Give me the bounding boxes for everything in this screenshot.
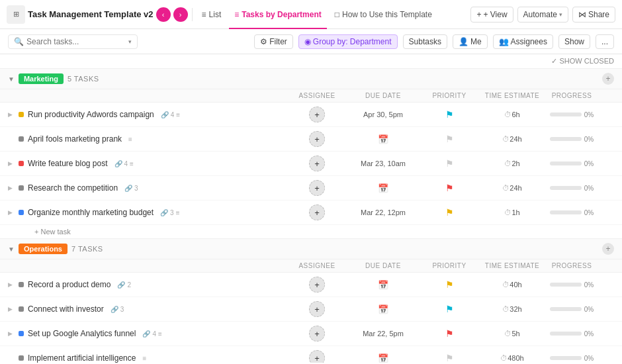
due-date-cell: Mar 23, 10am	[347, 159, 420, 167]
subtasks-button[interactable]: Subtasks	[403, 34, 447, 49]
marketing-new-task-btn[interactable]: + New task	[0, 225, 622, 239]
task-name[interactable]: Set up Google Analytics funnel	[28, 329, 136, 338]
task-name-cell: ▶ Connect with investor 🔗 3	[8, 304, 287, 314]
marketing-col-headers: ASSIGNEE DUE DATE PRIORITY TIME ESTIMATE…	[0, 89, 622, 103]
operations-add-btn[interactable]: +	[602, 243, 614, 255]
task-name[interactable]: Write feature blog post	[28, 159, 108, 168]
show-button[interactable]: Show	[558, 34, 590, 49]
assignee-avatar[interactable]: +	[309, 301, 325, 317]
assignee-cell: +	[287, 277, 347, 293]
assignee-cell: +	[287, 301, 347, 317]
progress-cell: 0%	[545, 330, 598, 338]
task-name[interactable]: Connect with investor	[28, 304, 104, 314]
col-task-ops	[8, 262, 287, 269]
priority-flag[interactable]: ⚑	[445, 353, 454, 363]
progress-text: 0%	[584, 185, 594, 192]
priority-flag[interactable]: ⚑	[445, 279, 454, 290]
subtask-count: 4	[124, 160, 128, 167]
progress-bar	[550, 137, 582, 141]
task-name[interactable]: April fools marketing prank	[28, 134, 122, 144]
priority-flag[interactable]: ⚑	[445, 207, 454, 218]
table-row: ▶ Run productivity Adwords campaign 🔗 4 …	[0, 103, 622, 127]
assignee-cell: +	[287, 156, 347, 171]
group-by-button[interactable]: ◉ Group by: Department	[298, 34, 398, 49]
task-name[interactable]: Run productivity Adwords campaign	[28, 110, 154, 119]
assignee-avatar[interactable]: +	[309, 205, 325, 220]
priority-flag[interactable]: ⚑	[445, 328, 454, 339]
priority-flag[interactable]: ⚑	[445, 158, 454, 169]
task-name[interactable]: Research the competition	[28, 183, 118, 193]
view-button[interactable]: + + View	[470, 7, 513, 23]
table-row: ▶ Organize monthly marketing budget 🔗 3 …	[0, 201, 622, 225]
task-meta: ≡	[142, 355, 146, 362]
task-name[interactable]: Record a product demo	[28, 280, 111, 289]
task-name[interactable]: Organize monthly marketing budget	[28, 208, 154, 217]
priority-flag[interactable]: ⚑	[445, 304, 454, 314]
expand-arrow[interactable]: ▶	[8, 306, 15, 312]
marketing-collapse-btn[interactable]: ▼	[8, 75, 15, 83]
priority-flag[interactable]: ⚑	[445, 134, 454, 144]
assignee-avatar[interactable]: +	[309, 180, 325, 196]
section-operations: ▼ Operations 7 TASKS + ASSIGNEE DUE DATE…	[0, 239, 622, 363]
expand-arrow[interactable]: ▶	[8, 209, 15, 216]
filter-button[interactable]: ⚙ Filter	[254, 34, 293, 49]
subtask-icon: 🔗	[111, 306, 118, 313]
operations-col-headers: ASSIGNEE DUE DATE PRIORITY TIME ESTIMATE…	[0, 259, 622, 273]
progress-text: 0%	[584, 330, 594, 338]
time-est-cell: ⏱ 24h	[479, 135, 545, 143]
assignees-button[interactable]: 👥 Assignees	[493, 34, 553, 49]
assignee-avatar[interactable]: +	[309, 350, 325, 363]
tab-how-to[interactable]: □ How to Use this Template	[330, 0, 437, 29]
subtask-icon: 🔗	[124, 185, 132, 192]
progress-text: 0%	[584, 355, 594, 362]
table-row: ▶ Connect with investor 🔗 3 + 📅 ⚑ ⏱ 32h	[0, 297, 622, 322]
subtask-icon: 🔗	[117, 281, 125, 289]
progress-text: 0%	[584, 160, 594, 167]
task-name[interactable]: Implement artificial intelligence	[28, 353, 136, 363]
tab-tasks-by-dept[interactable]: ≡ Tasks by Department	[229, 0, 327, 29]
search-box[interactable]: 🔍 ▾	[8, 34, 138, 49]
calendar-icon: 📅	[378, 183, 388, 193]
marketing-task-count: 5 TASKS	[67, 75, 99, 83]
app-icon: ⊞	[7, 5, 25, 24]
expand-arrow[interactable]: ▶	[8, 281, 15, 288]
due-date: Mar 23, 10am	[361, 159, 406, 167]
nav-back[interactable]: ‹	[156, 7, 171, 22]
expand-arrow[interactable]: ▶	[8, 330, 15, 337]
expand-arrow[interactable]: ▶	[8, 111, 15, 118]
assignee-avatar[interactable]: +	[309, 156, 325, 171]
subtask-count: 3	[134, 185, 138, 192]
assignee-avatar[interactable]: +	[309, 277, 325, 293]
new-task-label: + New task	[34, 228, 71, 236]
assignee-avatar[interactable]: +	[309, 107, 325, 122]
operations-collapse-btn[interactable]: ▼	[8, 246, 15, 253]
nav-fwd[interactable]: ›	[173, 7, 188, 22]
show-closed-toggle[interactable]: ✓ SHOW CLOSED	[551, 57, 614, 66]
time-est-cell: ⏱ 480h	[479, 354, 545, 362]
list-tab-icon: ≡	[202, 10, 206, 19]
task-dot	[19, 112, 24, 117]
divider	[192, 8, 193, 21]
more-button[interactable]: ...	[596, 34, 614, 49]
due-date-cell: 📅	[347, 183, 420, 193]
search-input[interactable]	[26, 37, 126, 46]
expand-arrow[interactable]: ▶	[8, 160, 15, 167]
search-icon: 🔍	[14, 37, 24, 46]
subtask-count: 4	[171, 111, 175, 118]
priority-flag[interactable]: ⚑	[445, 109, 454, 120]
col-progress: PROGRESS	[545, 92, 598, 99]
assignee-avatar[interactable]: +	[309, 131, 325, 147]
marketing-add-btn[interactable]: +	[602, 73, 614, 85]
app-title: Task Management Template v2	[28, 9, 154, 19]
me-button[interactable]: 👤 Me	[453, 34, 488, 49]
col-due-date-ops: DUE DATE	[347, 262, 420, 269]
assignee-avatar[interactable]: +	[309, 326, 325, 341]
search-chevron[interactable]: ▾	[128, 38, 132, 45]
automate-button[interactable]: Automate ▾	[517, 7, 568, 23]
share-button[interactable]: ⋈ Share	[572, 7, 615, 23]
col-time-est-ops: TIME ESTIMATE	[479, 262, 545, 269]
tab-list[interactable]: ≡ List	[197, 0, 227, 29]
priority-flag[interactable]: ⚑	[445, 183, 454, 193]
toolbar: 🔍 ▾ ⚙ Filter ◉ Group by: Department Subt…	[0, 29, 622, 54]
expand-arrow[interactable]: ▶	[8, 185, 15, 191]
